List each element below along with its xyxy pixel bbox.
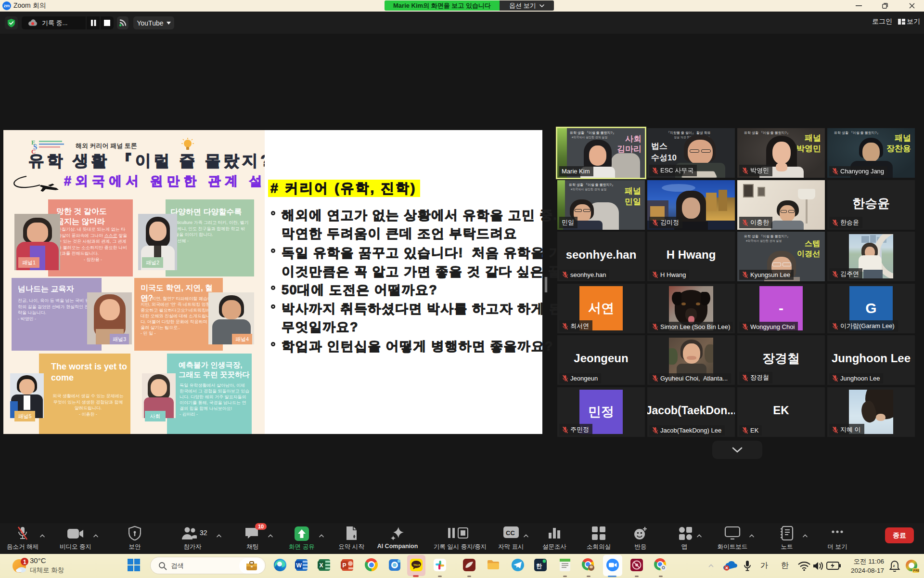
svg-text:z: z	[893, 564, 895, 568]
svg-text:TALK: TALK	[413, 564, 420, 566]
svg-text:W: W	[296, 562, 302, 569]
svg-text:PRE: PRE	[913, 569, 920, 572]
svg-text:X: X	[320, 562, 323, 569]
svg-text:P: P	[343, 562, 346, 569]
svg-text:CC: CC	[506, 529, 515, 537]
svg-text:한: 한	[536, 563, 542, 569]
svg-text:1: 1	[23, 559, 26, 565]
